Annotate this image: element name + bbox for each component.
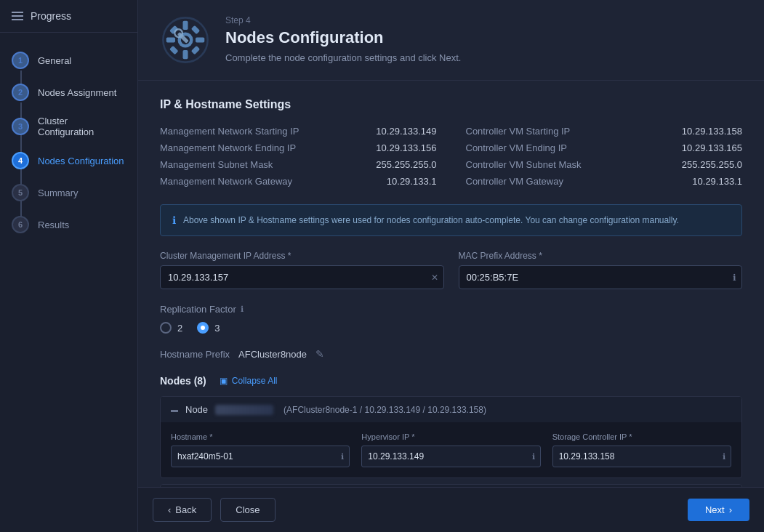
svg-rect-3 xyxy=(183,50,188,59)
sidebar-header: Progress xyxy=(0,0,137,33)
node-1-storage-field: Storage Controller IP * ℹ xyxy=(552,432,731,467)
step-circle-1: 1 xyxy=(12,52,29,69)
mgmt-start-label: Management Network Starting IP xyxy=(160,126,299,137)
menu-icon[interactable] xyxy=(12,12,23,20)
ctrl-gw-label: Controller VM Gateway xyxy=(466,176,563,187)
replication-section: Replication Factor ℹ 2 3 xyxy=(160,304,742,334)
node-block-1: ▬ Node (AFCluster8node-1 / 10.29.133.149… xyxy=(160,396,742,478)
replication-option-2[interactable]: 2 xyxy=(160,322,182,334)
header-text: Step 4 Nodes Configuration Complete the … xyxy=(225,15,742,65)
svg-rect-9 xyxy=(191,46,200,55)
content-area: IP & Hostname Settings Management Networ… xyxy=(138,81,764,487)
step-number: Step 4 xyxy=(225,15,742,25)
footer-left: ‹ Back Close xyxy=(153,498,276,522)
radio-circle-3 xyxy=(197,322,209,334)
sidebar: Progress 1 General 2 Nodes Assignment 3 … xyxy=(0,0,138,532)
ip-row-mgmt-end: Management Network Ending IP 10.29.133.1… xyxy=(160,140,437,156)
cluster-mgmt-ip-label: Cluster Management IP Address * xyxy=(160,251,444,261)
ip-settings-grid: Management Network Starting IP 10.29.133… xyxy=(160,123,742,190)
ctrl-mask-value: 255.255.255.0 xyxy=(682,159,742,170)
step-label-3: Cluster Configuration xyxy=(38,116,126,137)
sidebar-item-general[interactable]: 1 General xyxy=(0,44,137,76)
sidebar-item-cluster-config[interactable]: 3 Cluster Configuration xyxy=(0,108,137,145)
ip-row-ctrl-end: Controller VM Ending IP 10.29.133.165 xyxy=(466,140,743,156)
node-1-storage-label: Storage Controller IP * xyxy=(552,432,731,441)
step-circle-2: 2 xyxy=(12,84,29,101)
cluster-mgmt-ip-input[interactable] xyxy=(160,265,444,289)
page-title: Nodes Configuration xyxy=(225,28,742,47)
mgmt-mask-value: 255.255.255.0 xyxy=(376,159,436,170)
svg-rect-8 xyxy=(169,46,178,55)
sidebar-item-nodes-config[interactable]: 4 Nodes Configuration xyxy=(0,145,137,177)
node-1-hypervisor-wrapper: ℹ xyxy=(361,446,540,467)
ctrl-start-value: 10.29.133.158 xyxy=(682,126,742,137)
close-button[interactable]: Close xyxy=(220,498,275,522)
hostname-prefix-row: Hostname Prefix AFCluster8node ✎ xyxy=(160,348,742,360)
ctrl-gw-value: 10.29.133.1 xyxy=(692,176,742,187)
node-1-label: Node xyxy=(185,404,208,415)
node-1-hypervisor-field: Hypervisor IP * ℹ xyxy=(361,432,540,467)
ctrl-mask-label: Controller VM Subnet Mask xyxy=(466,159,582,170)
node-1-hypervisor-input[interactable] xyxy=(361,446,540,467)
step-label-6: Results xyxy=(38,219,69,230)
step-circle-3: 3 xyxy=(12,118,29,135)
step-circle-4: 4 xyxy=(12,152,29,169)
node-header-1[interactable]: ▬ Node (AFCluster8node-1 / 10.29.133.149… xyxy=(161,397,741,422)
sidebar-item-summary[interactable]: 5 Summary xyxy=(0,177,137,209)
mac-prefix-wrapper: ℹ xyxy=(459,265,743,289)
hostname-prefix-value: AFCluster8node xyxy=(238,349,307,360)
mac-prefix-input[interactable] xyxy=(459,265,743,289)
step-label-4: Nodes Configuration xyxy=(38,156,124,166)
next-button[interactable]: Next › xyxy=(688,499,749,521)
node-1-hostname-field: Hostname * ℹ xyxy=(171,432,350,467)
node-1-hypervisor-label: Hypervisor IP * xyxy=(361,432,540,441)
sidebar-item-results[interactable]: 6 Results xyxy=(0,209,137,241)
radio-circle-2 xyxy=(160,322,172,334)
mgmt-gw-value: 10.29.133.1 xyxy=(387,176,437,187)
replication-info-icon: ℹ xyxy=(241,305,244,314)
node-1-storage-input[interactable] xyxy=(552,446,731,467)
sidebar-title: Progress xyxy=(31,10,71,22)
nodes-title: Nodes (8) xyxy=(160,375,206,387)
node-1-info: (AFCluster8node-1 / 10.29.133.149 / 10.2… xyxy=(284,405,486,415)
ip-left-col: Management Network Starting IP 10.29.133… xyxy=(160,123,437,190)
step-label-2: Nodes Assignment xyxy=(38,87,116,98)
collapse-icon: ▣ xyxy=(220,376,228,386)
mgmt-end-label: Management Network Ending IP xyxy=(160,142,296,153)
info-box: ℹ Above shown IP & Hostname settings wer… xyxy=(160,204,742,236)
ctrl-end-label: Controller VM Ending IP xyxy=(466,142,567,153)
ip-row-mgmt-mask: Management Subnet Mask 255.255.255.0 xyxy=(160,156,437,173)
ip-row-ctrl-start: Controller VM Starting IP 10.29.133.158 xyxy=(466,123,743,140)
page-header: Step 4 Nodes Configuration Complete the … xyxy=(138,0,764,81)
collapse-all-label: Collapse All xyxy=(232,376,278,386)
mac-prefix-label: MAC Prefix Address * xyxy=(459,251,743,261)
svg-rect-2 xyxy=(183,21,188,30)
next-label: Next xyxy=(705,504,725,515)
node-1-badge xyxy=(215,405,273,415)
back-arrow-icon: ‹ xyxy=(168,504,171,515)
collapse-all-button[interactable]: ▣ Collapse All xyxy=(215,374,282,387)
sidebar-steps: 1 General 2 Nodes Assignment 3 Cluster C… xyxy=(0,33,137,252)
ip-row-mgmt-start: Management Network Starting IP 10.29.133… xyxy=(160,123,437,140)
hostname-edit-icon[interactable]: ✎ xyxy=(315,348,324,360)
ip-row-ctrl-gw: Controller VM Gateway 10.29.133.1 xyxy=(466,173,743,190)
radio-label-3: 3 xyxy=(214,323,220,334)
form-row-ip-mac: Cluster Management IP Address * ✕ MAC Pr… xyxy=(160,251,742,289)
back-button[interactable]: ‹ Back xyxy=(153,498,212,522)
node-1-collapse-icon: ▬ xyxy=(171,406,178,414)
sidebar-item-nodes-assignment[interactable]: 2 Nodes Assignment xyxy=(0,76,137,108)
svg-rect-4 xyxy=(166,38,175,43)
cluster-mgmt-ip-wrapper: ✕ xyxy=(160,265,444,289)
replication-label: Replication Factor ℹ xyxy=(160,304,742,315)
cluster-mgmt-ip-info-icon: ✕ xyxy=(431,273,438,283)
page-description: Complete the node configuration settings… xyxy=(225,52,742,65)
replication-option-3[interactable]: 3 xyxy=(197,322,220,334)
next-arrow-icon: › xyxy=(729,504,732,515)
ip-settings-title: IP & Hostname Settings xyxy=(160,98,742,111)
main-content: Step 4 Nodes Configuration Complete the … xyxy=(138,0,764,532)
step-circle-5: 5 xyxy=(12,184,29,201)
mac-prefix-field: MAC Prefix Address * ℹ xyxy=(459,251,743,289)
node-1-hostname-input[interactable] xyxy=(171,446,350,467)
ip-right-col: Controller VM Starting IP 10.29.133.158 … xyxy=(466,123,743,190)
info-circle-icon: ℹ xyxy=(172,214,176,226)
